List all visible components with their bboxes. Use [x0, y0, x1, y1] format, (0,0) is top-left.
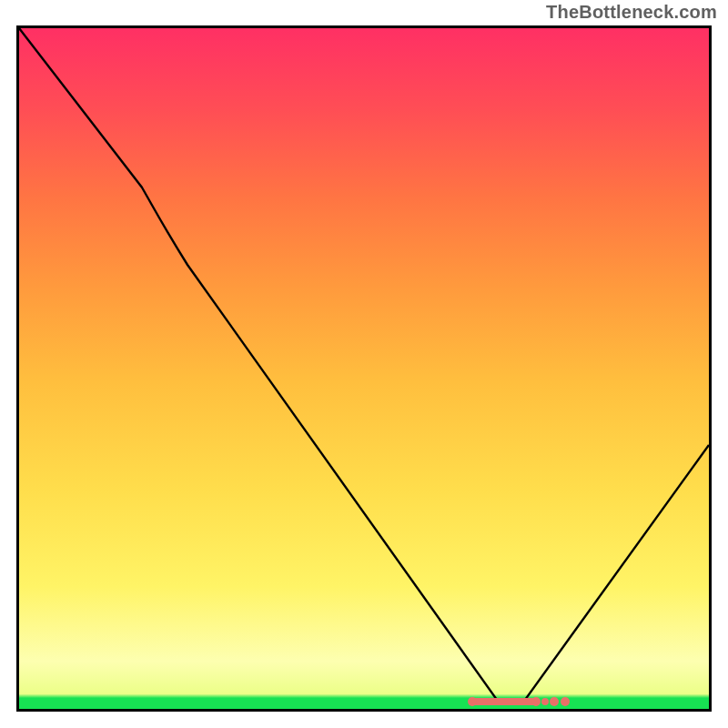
min-marker-dot — [561, 697, 570, 706]
chart-plot-area — [16, 25, 712, 712]
chart-svg — [19, 28, 709, 709]
min-marker-dot — [468, 697, 477, 706]
min-marker-dot — [531, 697, 541, 706]
min-marker-dot — [550, 697, 559, 706]
attribution-text: TheBottleneck.com — [546, 2, 717, 23]
bottleneck-curve — [19, 28, 709, 703]
min-marker-dot — [541, 698, 549, 705]
